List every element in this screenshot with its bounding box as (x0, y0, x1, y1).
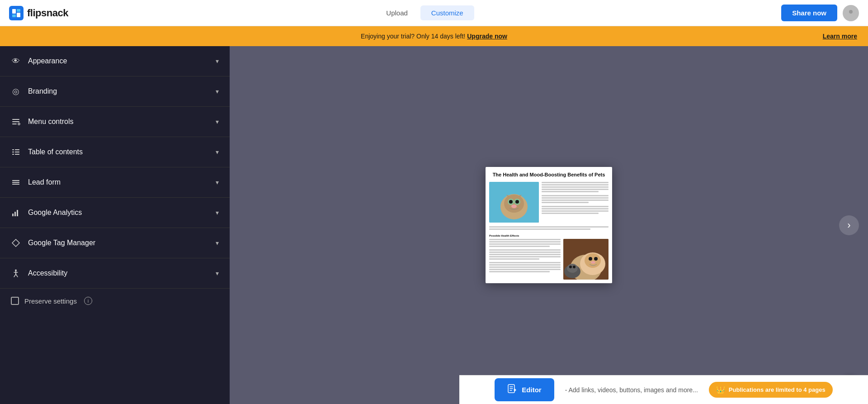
svg-point-44 (569, 266, 572, 268)
upgrade-link[interactable]: Upgrade now (467, 33, 507, 40)
logo: flipsnack (9, 6, 68, 20)
svg-rect-11 (15, 149, 19, 150)
crown-icon: 👑 (716, 385, 725, 394)
canvas-area: The Health and Mood-Boosting Benefits of… (230, 46, 868, 404)
svg-point-43 (567, 264, 578, 273)
doc-image-row (486, 180, 612, 224)
top-nav: flipsnack Upload Customize Share now (0, 0, 868, 26)
add-features-text: - Add links, videos, buttons, images and… (565, 386, 698, 394)
accessibility-chevron: ▾ (216, 270, 219, 277)
svg-rect-17 (12, 182, 19, 183)
doc-text-block (542, 182, 609, 223)
svg-rect-12 (12, 152, 14, 152)
branding-chevron: ▾ (216, 88, 219, 95)
svg-rect-2 (12, 14, 16, 17)
svg-rect-7 (12, 121, 19, 122)
analytics-chevron: ▾ (216, 209, 219, 216)
preserve-checkbox[interactable] (11, 297, 19, 305)
appearance-icon: 👁 (11, 56, 21, 66)
svg-point-29 (504, 195, 524, 213)
svg-rect-13 (15, 152, 19, 152)
preserve-settings-row: Preserve settings i (0, 289, 230, 313)
svg-point-45 (573, 266, 576, 268)
learn-more-link[interactable]: Learn more (823, 33, 857, 40)
pages-limit-badge[interactable]: 👑 Publications are limited to 4 pages (709, 382, 833, 398)
appearance-label: Appearance (28, 57, 67, 65)
pages-limit-label: Publications are limited to 4 pages (729, 386, 826, 393)
svg-rect-15 (15, 154, 19, 155)
analytics-icon (11, 208, 21, 218)
svg-point-39 (589, 257, 592, 261)
svg-rect-8 (12, 124, 17, 124)
sidebar-section-lead-form[interactable]: Lead form ▾ (0, 167, 230, 198)
preserve-label: Preserve settings (24, 297, 77, 305)
sidebar: 👁 Appearance ▾ ◎ Branding ▾ (0, 46, 230, 404)
svg-rect-16 (12, 180, 19, 181)
svg-point-5 (848, 14, 854, 18)
doc-bottom-row (486, 238, 612, 283)
svg-rect-0 (12, 9, 16, 14)
svg-point-40 (594, 257, 598, 261)
user-avatar[interactable] (843, 5, 859, 21)
next-page-arrow[interactable]: › (839, 215, 859, 235)
svg-point-9 (18, 123, 20, 125)
nav-center: Upload Customize (375, 5, 474, 20)
doc-separator-text (486, 224, 612, 233)
svg-point-32 (509, 200, 513, 204)
preserve-info-icon[interactable]: i (84, 297, 92, 305)
svg-point-33 (515, 200, 519, 204)
svg-rect-1 (17, 9, 20, 12)
lead-form-label: Lead form (28, 178, 61, 186)
menu-controls-chevron: ▾ (216, 118, 219, 125)
svg-point-4 (849, 10, 853, 14)
logo-icon (9, 6, 24, 20)
accessibility-icon (11, 268, 21, 278)
upload-tab[interactable]: Upload (375, 5, 419, 20)
sidebar-section-branding[interactable]: ◎ Branding ▾ (0, 76, 230, 107)
tag-manager-chevron: ▾ (216, 239, 219, 247)
nav-right: Share now (781, 5, 859, 21)
doc-section-title: Possible Health Effects (486, 233, 612, 238)
trial-banner: Enjoying your trial? Only 14 days left! … (0, 26, 868, 46)
sidebar-section-google-tag-manager[interactable]: Google Tag Manager ▾ (0, 228, 230, 258)
sidebar-section-appearance[interactable]: 👁 Appearance ▾ (0, 46, 230, 76)
branding-label: Branding (28, 87, 57, 95)
svg-rect-19 (12, 214, 14, 216)
editor-icon (507, 384, 517, 396)
svg-line-25 (16, 274, 18, 277)
toc-label: Table of contents (28, 148, 83, 156)
editor-label: Editor (522, 386, 541, 394)
doc-cat-image (489, 182, 539, 223)
trial-message: Enjoying your trial? Only 14 days left! (361, 33, 465, 40)
svg-rect-21 (17, 210, 18, 216)
share-now-button[interactable]: Share now (781, 5, 837, 21)
svg-rect-10 (12, 149, 14, 150)
svg-rect-18 (12, 184, 19, 185)
document-title: The Health and Mood-Boosting Benefits of… (486, 167, 612, 180)
sidebar-section-menu-controls[interactable]: Menu controls ▾ (0, 107, 230, 137)
svg-point-41 (591, 261, 595, 264)
logo-text: flipsnack (27, 7, 68, 19)
customize-tab[interactable]: Customize (420, 5, 474, 20)
editor-button[interactable]: Editor (495, 378, 554, 401)
lead-form-chevron: ▾ (216, 179, 219, 186)
lead-form-icon (11, 177, 21, 187)
svg-rect-6 (12, 119, 19, 120)
toc-chevron: ▾ (216, 148, 219, 156)
sidebar-section-accessibility[interactable]: Accessibility ▾ (0, 258, 230, 289)
tag-manager-label: Google Tag Manager (28, 239, 95, 247)
svg-rect-20 (14, 212, 16, 216)
menu-controls-label: Menu controls (28, 118, 74, 126)
appearance-chevron: ▾ (216, 57, 219, 65)
sidebar-section-table-of-contents[interactable]: Table of contents ▾ (0, 137, 230, 167)
svg-rect-14 (12, 154, 14, 155)
menu-controls-icon (11, 117, 21, 127)
tag-manager-icon (11, 238, 21, 248)
bottom-bar: Editor - Add links, videos, buttons, ima… (459, 375, 868, 404)
doc-dog-image (563, 239, 609, 280)
sidebar-section-google-analytics[interactable]: Google Analytics ▾ (0, 198, 230, 228)
toc-icon (11, 147, 21, 157)
svg-point-34 (511, 204, 517, 208)
analytics-label: Google Analytics (28, 209, 82, 217)
svg-rect-3 (17, 13, 20, 17)
